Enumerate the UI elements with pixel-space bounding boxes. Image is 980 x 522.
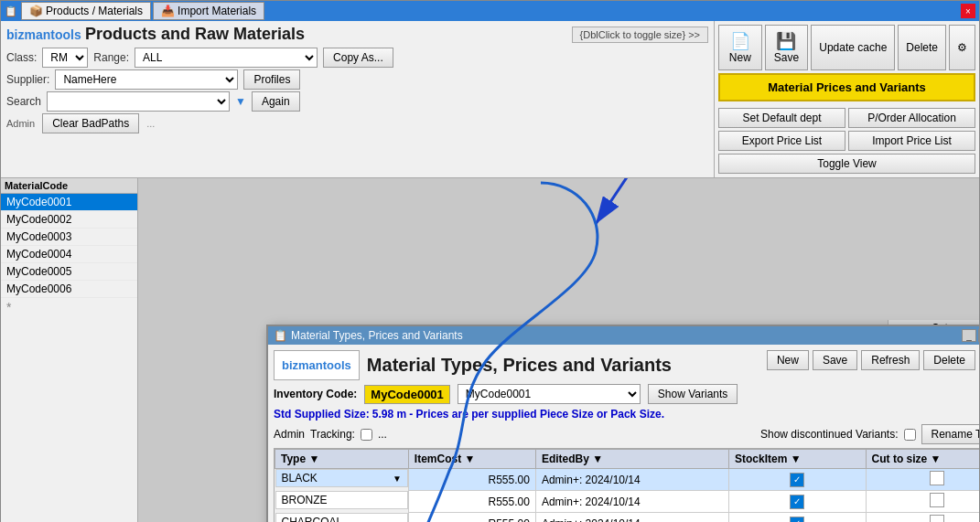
set-default-dept-button[interactable]: Set Default dept: [718, 108, 845, 128]
main-content: bizmantools Products and Raw Materials {…: [1, 21, 979, 522]
cell-type-2: CHARCOAL: [275, 513, 408, 523]
tab-products-icon: 📦: [29, 5, 43, 17]
inventory-select[interactable]: MyCode0001: [458, 384, 641, 404]
modal-delete-button[interactable]: Delete: [923, 350, 975, 370]
stock-checkbox-2[interactable]: [790, 517, 804, 523]
std-size-separator: -: [409, 408, 415, 421]
table-container: Type ▼ ItemCost ▼ EditedBy: [274, 448, 979, 522]
material-prices-button[interactable]: Material Prices and Variants: [718, 73, 975, 101]
extra-button[interactable]: ⚙: [949, 25, 975, 70]
sidebar-item-3[interactable]: MyCode0004: [1, 246, 137, 263]
app-logo: bizmantools: [6, 27, 74, 42]
header-area: bizmantools Products and Raw Materials {…: [1, 21, 979, 178]
profiles-button[interactable]: Profiles: [243, 69, 300, 90]
header-left: bizmantools Products and Raw Materials {…: [1, 21, 714, 177]
cell-type-1: BRONZE: [275, 491, 408, 509]
extra-icon: ⚙: [957, 41, 967, 54]
tracking-checkbox[interactable]: [361, 429, 372, 441]
admin-modal-label: Admin: [274, 428, 305, 441]
search-row: Search ▼ Again: [6, 91, 708, 112]
modal-refresh-button[interactable]: Refresh: [861, 350, 920, 370]
again-button[interactable]: Again: [252, 91, 300, 112]
modal-icon: 📋: [274, 329, 287, 342]
table-row-0[interactable]: BLACK ▼R555.00Admin+: 2024/10/14: [275, 469, 980, 491]
stock-checkbox-0[interactable]: [790, 473, 804, 487]
right-toolbar: 📄 New 💾 Save Update cache Delete ⚙: [714, 21, 979, 177]
col-cut-to-size[interactable]: Cut to size ▼: [866, 450, 979, 469]
range-label: Range:: [93, 51, 129, 64]
cell-stock-0[interactable]: [728, 469, 866, 491]
sidebar-item-5[interactable]: MyCode0006: [1, 281, 137, 298]
toggle-size-button[interactable]: {DblClick to toggle size} >>: [572, 27, 708, 43]
cell-cost-1: R555.00: [408, 491, 535, 513]
cut-checkbox-0[interactable]: [930, 471, 944, 485]
modal-admin-tracking-row: Admin Tracking: ... Show discontinued Va…: [274, 424, 979, 444]
sidebar-add-row[interactable]: *: [1, 298, 137, 316]
app-icon: 📋: [5, 5, 17, 17]
import-price-button[interactable]: Import Price List: [848, 131, 975, 151]
tracking-dots: ...: [378, 428, 387, 441]
page-title: Products and Raw Materials: [85, 25, 566, 44]
search-select[interactable]: [47, 91, 230, 112]
tracking-label: Tracking:: [310, 428, 355, 441]
modal-minimize-button[interactable]: _: [962, 329, 976, 342]
cut-checkbox-2[interactable]: [930, 515, 944, 522]
rename-type-button[interactable]: Rename Type: [921, 424, 980, 444]
clear-bad-paths-button[interactable]: Clear BadPaths: [42, 113, 139, 133]
main-window: 📋 📦 Products / Materials 📥 Import Materi…: [0, 0, 980, 522]
copy-as-button[interactable]: Copy As...: [323, 48, 393, 68]
modal-logo-title: bizmantools Material Types, Prices and V…: [274, 350, 672, 380]
tab-import-materials[interactable]: 📥 Import Materials: [153, 2, 264, 20]
table-row-1[interactable]: BRONZER555.00Admin+: 2024/10/14: [275, 491, 980, 513]
std-size-value: 5.98 m: [372, 408, 406, 421]
body-area: MaterialCode MyCode0001 MyCode0002 MyCod…: [1, 178, 979, 522]
tab-products-materials[interactable]: 📦 Products / Materials: [21, 2, 151, 20]
sidebar-item-1[interactable]: MyCode0002: [1, 211, 137, 229]
right-grid-buttons: Set Default dept P/Order Allocation Expo…: [718, 108, 975, 151]
supplier-select[interactable]: NameHere: [55, 69, 238, 90]
new-main-icon: 📄: [730, 31, 750, 51]
sidebar-item-4[interactable]: MyCode0005: [1, 263, 137, 281]
modal-new-button[interactable]: New: [767, 350, 809, 370]
cell-cut-2[interactable]: [866, 513, 979, 523]
sidebar: MaterialCode MyCode0001 MyCode0002 MyCod…: [1, 178, 138, 522]
stock-checkbox-1[interactable]: [790, 495, 804, 509]
title-bar: 📋 📦 Products / Materials 📥 Import Materi…: [1, 1, 979, 21]
update-cache-button[interactable]: Update cache: [811, 25, 895, 70]
modal-toolbar-buttons: New Save Refresh Delete ⚙: [767, 350, 979, 370]
class-select[interactable]: RM: [42, 48, 88, 68]
delete-main-button[interactable]: Delete: [898, 25, 946, 70]
cell-stock-2[interactable]: [728, 513, 866, 523]
modal-logo: bizmantools: [274, 350, 360, 380]
tab-import-icon: 📥: [161, 5, 175, 17]
cell-cut-1[interactable]: [866, 491, 979, 513]
cell-cost-2: R555.00: [408, 513, 535, 523]
col-itemcost[interactable]: ItemCost ▼: [408, 450, 535, 469]
new-main-button[interactable]: 📄 New: [718, 25, 762, 70]
sidebar-header: MaterialCode: [1, 178, 137, 194]
cell-stock-1[interactable]: [728, 491, 866, 513]
cell-cut-0[interactable]: [866, 469, 979, 491]
save-main-button[interactable]: 💾 Save: [765, 25, 809, 70]
sidebar-item-2[interactable]: MyCode0003: [1, 229, 137, 246]
modal-main-title: Material Types, Prices and Variants: [367, 355, 672, 376]
close-button[interactable]: ×: [961, 4, 975, 18]
export-price-button[interactable]: Export Price List: [718, 131, 845, 151]
modal-controls: _ □ ×: [962, 329, 979, 342]
table-row-2[interactable]: CHARCOALR555.00Admin+: 2024/10/14: [275, 513, 980, 523]
std-size-row: Std Supplied Size: 5.98 m - Prices are p…: [274, 408, 979, 421]
range-select[interactable]: ALL: [135, 48, 318, 68]
admin-label-main: Admin: [6, 118, 35, 129]
toggle-view-button[interactable]: Toggle View: [718, 154, 975, 174]
modal-maximize-button[interactable]: □: [978, 329, 979, 342]
show-variants-button[interactable]: Show Variants: [648, 384, 738, 404]
col-editedby[interactable]: EditedBy ▼: [535, 450, 728, 469]
cell-edited-1: Admin+: 2024/10/14: [535, 491, 728, 513]
cut-checkbox-1[interactable]: [930, 493, 944, 507]
p-order-button[interactable]: P/Order Allocation: [848, 108, 975, 128]
sidebar-item-0[interactable]: MyCode0001: [1, 194, 137, 211]
modal-save-button[interactable]: Save: [813, 350, 857, 370]
col-type[interactable]: Type ▼: [275, 450, 409, 469]
col-stockitem[interactable]: StockItem ▼: [728, 450, 866, 469]
show-disc-checkbox[interactable]: [904, 429, 916, 441]
